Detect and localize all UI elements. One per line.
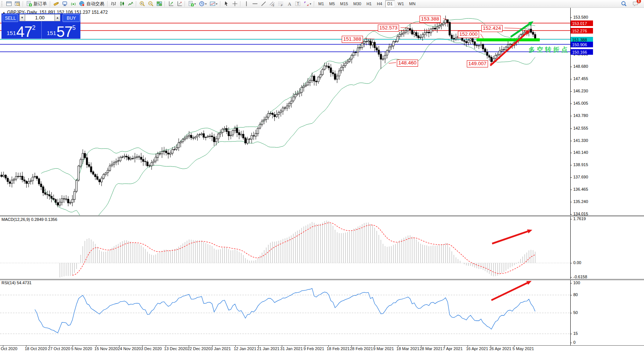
price-tick: 146.230 [573, 89, 588, 93]
date-label: 31 Jan 2021 [280, 346, 303, 351]
timeframe-m15-button[interactable]: M15 [338, 0, 350, 7]
new-order-icon[interactable] [25, 0, 33, 7]
toolbar-drag-handle [1, 1, 3, 6]
horizontal-line-icon[interactable] [251, 0, 259, 7]
toolbar-separator [50, 1, 51, 7]
terminal-icon[interactable] [60, 0, 69, 7]
cursor-icon[interactable] [222, 0, 230, 7]
periods-icon[interactable]: ▾ [197, 0, 208, 7]
signals-icon[interactable] [69, 0, 77, 7]
volume-down-button[interactable]: ▼ [19, 14, 25, 21]
text-icon[interactable]: A [285, 0, 293, 7]
price-tick: 140.140 [573, 150, 588, 155]
price-tick: 148.680 [573, 64, 588, 69]
auto-scroll-icon[interactable] [166, 0, 175, 7]
svg-text:A: A [288, 1, 291, 7]
templates-icon[interactable]: ▾ [208, 0, 219, 7]
search-icon[interactable] [619, 0, 628, 7]
indicators-icon[interactable]: ▾ [186, 0, 197, 7]
styler-icon[interactable] [52, 0, 60, 7]
main-price-chart[interactable] [0, 8, 570, 215]
macd-tick: 0.00 [573, 260, 581, 265]
timeframe-w1-button[interactable]: W1 [396, 0, 407, 7]
timeframe-m1-button[interactable]: M1 [316, 0, 326, 7]
date-label: 3 Dec 2020 [141, 346, 162, 351]
macd-tick: -0.6158 [573, 275, 587, 279]
macd-panel[interactable] [0, 216, 570, 279]
auto-trading-label[interactable]: 自动交易 [86, 1, 104, 7]
date-label: 18 Oct 2020 [25, 346, 47, 351]
timeframe-m30-button[interactable]: M30 [351, 0, 363, 7]
date-label: 12 Jan 2021 [234, 346, 256, 351]
fibonacci-icon[interactable]: F [276, 0, 285, 7]
macd-tick: 1.7619 [573, 216, 586, 221]
axis-tick-mark [570, 343, 572, 343]
rsi-tick: 80 [573, 292, 578, 297]
rsi-panel[interactable] [0, 280, 570, 345]
timeframe-h4-button[interactable]: H4 [374, 0, 384, 7]
axis-tick-mark [570, 334, 572, 334]
notifications-icon[interactable]: 1 [631, 0, 640, 7]
zoom-in-icon[interactable] [138, 0, 146, 7]
crosshair-icon[interactable] [230, 0, 239, 7]
date-label: 26 Apr 2021 [489, 346, 511, 351]
chart-shift-icon[interactable] [175, 0, 184, 7]
buy-price[interactable]: 151575 [41, 21, 81, 39]
candle-chart-icon[interactable] [118, 0, 126, 7]
volume-up-button[interactable]: ▲ [55, 14, 60, 21]
vertical-line-icon[interactable] [242, 0, 251, 7]
rsi-label: RSI(14) 54.4731 [1, 280, 32, 285]
chart-window[interactable]: ▲GBPJPY-,Daily 151.891 152.106 151.237 1… [0, 8, 644, 352]
price-callout: 152.000 [458, 31, 479, 38]
price-level-badge: 150.166 [571, 49, 593, 55]
chart-window-icon[interactable] [4, 0, 13, 7]
equidistant-channel-icon[interactable]: E [268, 0, 276, 7]
price-level-badge: 152.276 [571, 28, 593, 34]
date-label: Oct 2020 [1, 346, 17, 351]
price-tick: 145.005 [573, 101, 588, 105]
data-window-icon[interactable] [13, 0, 22, 7]
date-label: 22 Dec 2020 [187, 346, 210, 351]
toolbar-separator [165, 1, 165, 7]
axis-tick-mark [570, 277, 572, 278]
sell-price-sup: 2 [32, 25, 35, 31]
timeframe-h1-button[interactable]: H1 [364, 0, 374, 7]
axis-tick-mark [570, 116, 572, 116]
price-tick: 147.455 [573, 76, 588, 81]
sell-button[interactable]: SELL [3, 14, 18, 22]
panel-separator[interactable] [0, 215, 644, 216]
date-label: 21 Jan 2021 [257, 346, 280, 351]
axis-tick-mark [570, 295, 572, 295]
bar-chart-icon[interactable] [109, 0, 118, 7]
arrows-icon[interactable]: ▾ [302, 0, 313, 7]
axis-tick-mark [570, 214, 572, 215]
timeframe-m5-button[interactable]: M5 [327, 0, 337, 7]
price-tick: 135.240 [573, 199, 588, 204]
new-order-label[interactable]: 新订单 [34, 1, 47, 7]
buy-price-big: 57 [57, 25, 73, 39]
sell-price[interactable]: 151472 [1, 21, 41, 39]
timeframe-mn-button[interactable]: MN [407, 0, 418, 7]
axis-tick-mark [570, 18, 572, 18]
buy-price-prefix: 151 [47, 30, 56, 36]
date-label: 16 Apr 2021 [466, 346, 488, 351]
date-label: 9 Mar 2021 [373, 346, 394, 351]
line-chart-icon[interactable] [126, 0, 135, 7]
panel-separator[interactable] [0, 279, 644, 280]
rsi-tick: 50 [573, 310, 578, 315]
axis-tick-mark [570, 91, 572, 92]
volume-input[interactable] [25, 14, 55, 21]
text-label-icon[interactable]: T [293, 0, 302, 7]
date-label: 3 Jan 2021 [211, 346, 231, 351]
zoom-out-icon[interactable] [146, 0, 155, 7]
timeframe-d1-button[interactable]: D1 [385, 0, 395, 7]
date-label: 27 Oct 2020 [48, 346, 70, 351]
date-label: 5 May 2021 [513, 346, 534, 351]
trendline-icon[interactable] [259, 0, 268, 7]
axis-tick-mark [570, 153, 572, 153]
axis-tick-mark [570, 104, 572, 104]
price-tick: 141.330 [573, 138, 588, 143]
auto-trading-icon[interactable] [77, 0, 86, 7]
buy-button[interactable]: BUY [63, 14, 80, 22]
tile-windows-icon[interactable] [155, 0, 163, 7]
